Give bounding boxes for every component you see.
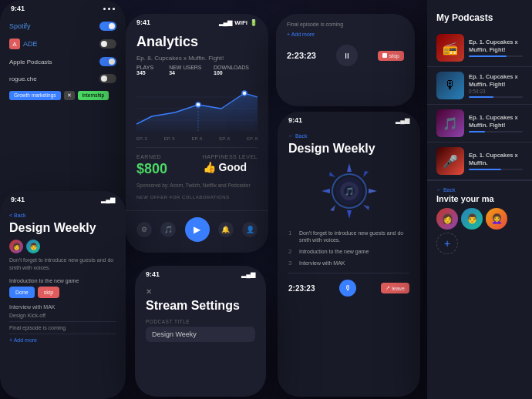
user-icon[interactable]: 👤	[242, 222, 258, 237]
podcast-ep-title-3: Ep. 1. Cupcakes x Muffin. Fight!	[469, 114, 523, 129]
rogue-toggle[interactable]	[99, 74, 116, 83]
podcast-progress-3	[469, 131, 523, 132]
svg-text:🎵: 🎵	[345, 186, 355, 196]
pause-button[interactable]: ⏸	[336, 45, 358, 66]
stop-button[interactable]: stop	[378, 51, 404, 61]
earned-block: EARNED $800	[136, 154, 167, 177]
svg-marker-12	[322, 189, 330, 193]
stream-time: 9:41	[146, 270, 160, 278]
dw-detail-back[interactable]: ← Back	[288, 133, 409, 139]
dw-detail-status-bar: 9:41 ▂▄▆	[278, 112, 420, 126]
notification-icon[interactable]: 🔔	[218, 222, 234, 237]
signal-dot	[108, 8, 110, 10]
settings-icon[interactable]: ⚙	[136, 222, 152, 237]
invite-back[interactable]: ← Back	[436, 187, 523, 193]
podcast-item-ade: A ADE	[9, 39, 116, 49]
chart-label-2: EP. 5	[164, 136, 175, 141]
skip-button[interactable]: skip	[38, 287, 59, 298]
leave-button[interactable]: ↗ leave	[381, 283, 409, 293]
downloads-val: 100	[214, 70, 223, 75]
avatar-row: 👩 👨 👩‍🦱 +	[436, 208, 523, 254]
podcast-thumb-img-1: 📻	[436, 34, 464, 62]
happiness-label: HAPPINESS LEVEL	[203, 154, 258, 159]
podcast-thumb-4: 🎤	[436, 147, 464, 175]
downloads-label: DOWNLOADS 100	[214, 65, 258, 75]
tag-internship[interactable]: Internship	[78, 91, 109, 100]
signal-icon: ▂▄▆	[219, 19, 233, 26]
battery-icon: 🔋	[250, 19, 258, 26]
add-more-text: + Add more	[287, 32, 315, 37]
collab-label: NEW OFFER FOR COLLABORATIONS	[136, 195, 258, 200]
ade-toggle[interactable]	[99, 39, 116, 49]
done-button[interactable]: Done	[9, 287, 35, 298]
ade-label: ADE	[23, 40, 38, 48]
podcast-ep-title-2: Ep. 1. Cupcakes x Muffin. Fight!	[469, 73, 523, 89]
gear-icon[interactable]: 🎵	[160, 222, 176, 237]
add-more-link[interactable]: + Add more	[287, 32, 404, 37]
svg-marker-13	[329, 172, 335, 177]
dw-detail-inner: ← Back Design Weekly	[278, 126, 420, 304]
podcast-item-4[interactable]: 🎤 Ep. 1. Cupcakes x Muffin.	[427, 142, 532, 180]
dw-player-row: 2:23:23 🎙 ↗ leave	[288, 273, 409, 297]
ep-num-2: 2	[288, 248, 295, 255]
podcast-list-inner: Spotify A ADE Apple Podcasts rogue.che G…	[0, 14, 126, 108]
player-time: 2:23:23	[287, 51, 316, 60]
episode-item-3: 3 Interview with MAK	[288, 260, 409, 267]
stream-signal: ▂▄▆	[241, 271, 255, 278]
analytics-status-bar: 9:41 ▂▄▆ WiFi 🔋	[126, 14, 268, 28]
ep-text-2: Introduction to the new game	[299, 248, 369, 255]
tag-close[interactable]: ✕	[64, 91, 75, 100]
time-left: 9:41	[11, 5, 25, 12]
stream-status-icons: ▂▄▆	[241, 271, 255, 278]
podcast-info-1: Ep. 1. Cupcakes x Muffin. Fight!	[469, 39, 523, 58]
my-podcasts-panel: My Podcasts 📻 Ep. 1. Cupcakes x Muffin. …	[427, 0, 532, 399]
podcast-ep-sub-2: 0:54:23	[469, 89, 523, 94]
earned-value: $800	[136, 161, 167, 177]
my-podcasts-title: My Podcasts	[427, 0, 532, 29]
add-avatar-button[interactable]: +	[436, 233, 458, 254]
podcast-item-2[interactable]: 🎙 Ep. 1. Cupcakes x Muffin. Fight! 0:54:…	[427, 67, 532, 105]
invite-section: ← Back Invite your ma 👩 👨 👩‍🦱 +	[427, 180, 532, 260]
dw-left-back[interactable]: < Back	[9, 213, 116, 218]
dw-left-inner: < Back Design Weekly 👩 👨 Don't forget to…	[0, 205, 126, 350]
rogue-label: rogue.che	[9, 75, 37, 82]
play-button[interactable]: ▶	[185, 217, 210, 242]
episode-stats: PLAYS 345 NEW USERS 34 DOWNLOADS 100	[136, 65, 258, 75]
status-bar-left: 9:41	[0, 0, 126, 14]
orb-svg: 🎵	[318, 160, 380, 222]
tag-row: Growth marketings ✕ Internship	[9, 91, 116, 100]
svg-marker-10	[347, 210, 352, 219]
podcast-ep-title-1: Ep. 1. Cupcakes x Muffin. Fight!	[469, 39, 523, 54]
leave-icon: ↗	[386, 285, 390, 291]
podcast-thumb-img-2: 🎙	[436, 72, 464, 99]
ep-num-1: 1	[288, 230, 295, 236]
podcast-progress-fill-1	[469, 55, 507, 57]
analytics-title: Analytics	[136, 34, 258, 50]
podcast-item-3[interactable]: 🎵 Ep. 1. Cupcakes x Muffin. Fight!	[427, 105, 532, 142]
dw-action-btns: Done skip	[9, 287, 116, 298]
podcast-item-spotify: Spotify	[9, 22, 116, 31]
dw-add-more[interactable]: + Add more	[9, 337, 116, 343]
apple-toggle[interactable]	[99, 57, 116, 66]
new-val: 34	[169, 70, 175, 75]
happiness-value: 👍 Good	[203, 161, 258, 173]
stream-close[interactable]: ✕	[146, 287, 255, 296]
spotify-toggle[interactable]	[99, 22, 116, 31]
podcast-thumb-2: 🎙	[436, 72, 464, 99]
podcast-item-1[interactable]: 📻 Ep. 1. Cupcakes x Muffin. Fight!	[427, 29, 532, 67]
podcast-progress-fill-2	[469, 96, 493, 98]
stream-field-value[interactable]: Design Weeky	[146, 327, 255, 342]
dw-left-status-bar: 9:41 ▂▄▆	[0, 191, 126, 205]
tag-growth[interactable]: Growth marketings	[9, 91, 61, 100]
ep-num-3: 3	[288, 260, 295, 267]
dw-section-label: Introduction to the new game	[9, 278, 116, 283]
signal-dot	[113, 8, 115, 10]
dw-detail-time: 9:41	[288, 116, 302, 124]
dw-avatars: 👩 👨	[9, 240, 116, 253]
chart-labels: EP. 3 EP. 5 EP. 6 EP. 6 EP. 8	[136, 136, 258, 141]
mic-button[interactable]: 🎙	[339, 280, 356, 297]
status-icons-left	[103, 8, 115, 10]
ep-text-1: Don't forget to introduce new guests and…	[299, 230, 409, 243]
chart-label-1: EP. 3	[136, 136, 147, 141]
leave-label: leave	[392, 286, 405, 291]
